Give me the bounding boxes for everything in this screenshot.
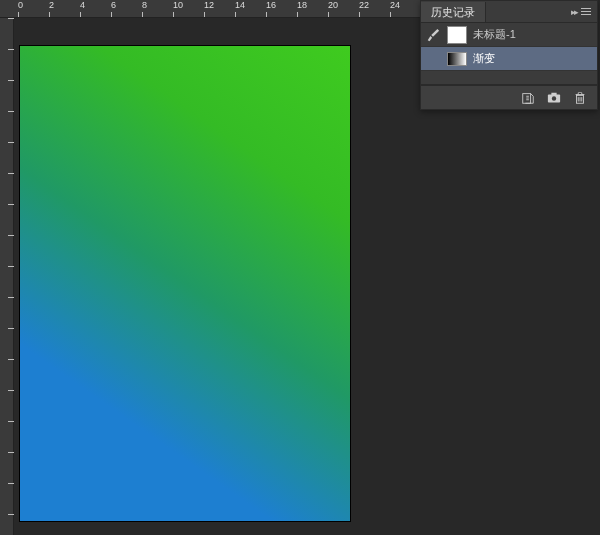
history-document-item[interactable]: 未标题-1 <box>421 23 597 47</box>
document-name: 未标题-1 <box>473 27 516 42</box>
history-brush-icon <box>425 27 441 43</box>
ruler-vertical[interactable] <box>0 18 14 535</box>
ruler-tick: 22 <box>359 0 369 10</box>
panel-tab-bar: 历史记录 ▸▸ <box>421 1 597 23</box>
ruler-tick: 4 <box>80 0 85 10</box>
ruler-tick: 14 <box>235 0 245 10</box>
new-document-from-state-icon[interactable] <box>521 91 535 105</box>
ruler-tick: 0 <box>18 0 23 10</box>
ruler-tick: 2 <box>49 0 54 10</box>
ruler-tick: 16 <box>266 0 276 10</box>
ruler-tick: 6 <box>111 0 116 10</box>
history-state-label: 渐变 <box>473 51 495 66</box>
ruler-tick: 18 <box>297 0 307 10</box>
svg-point-2 <box>552 96 556 100</box>
ruler-tick: 24 <box>390 0 400 10</box>
history-panel: 历史记录 ▸▸ 未标题-1 渐变 <box>420 0 598 110</box>
svg-rect-3 <box>551 92 556 95</box>
document-canvas[interactable] <box>20 46 350 521</box>
ruler-tick: 8 <box>142 0 147 10</box>
trash-icon[interactable] <box>573 91 587 105</box>
collapse-panel-icon[interactable]: ▸▸ <box>571 7 577 17</box>
history-state-item[interactable]: 渐变 <box>421 47 597 71</box>
history-list: 未标题-1 渐变 <box>421 23 597 85</box>
ruler-tick: 10 <box>173 0 183 10</box>
document-thumbnail <box>447 26 467 44</box>
ruler-tick: 12 <box>204 0 214 10</box>
ruler-tick: 20 <box>328 0 338 10</box>
panel-menu-icon[interactable] <box>581 8 591 15</box>
gradient-state-thumbnail <box>447 52 467 66</box>
camera-icon[interactable] <box>547 91 561 105</box>
history-tab[interactable]: 历史记录 <box>421 2 486 22</box>
history-panel-footer <box>421 85 597 109</box>
ruler-horizontal[interactable]: 024681012141618202224 <box>0 0 420 18</box>
history-empty-area <box>421 71 597 85</box>
